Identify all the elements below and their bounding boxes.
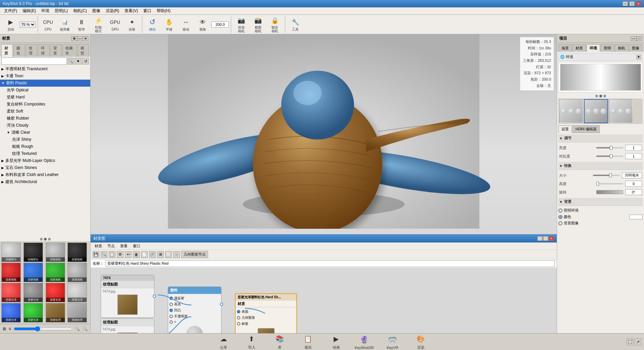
hdri-editor-tab[interactable]: HDRI 编辑器 <box>573 125 600 133</box>
mat-thumb-5[interactable]: 坚硬相糙 <box>1 263 21 282</box>
texture-node-1[interactable]: 7474 纹理贴图 7474.jpg <box>101 275 154 318</box>
mat-thumb-14[interactable]: 坚硬光泽 <box>23 303 43 322</box>
menu-environment[interactable]: 环境 <box>39 7 52 14</box>
tree-item-plastic[interactable]: ▼ 塑料 Plastic <box>0 80 90 87</box>
tree-item-hard[interactable]: 坚硬 Hard <box>0 94 90 101</box>
tree-item-cloudy[interactable]: 浑浊 Cloudy <box>0 122 90 129</box>
env-dot-2[interactable] <box>599 95 602 97</box>
project-minimize-btn[interactable]: — <box>631 36 636 41</box>
tree-item-multilayer[interactable]: ▶ 多层光学 Multi-Layer Optics <box>0 157 90 164</box>
texture-node-2[interactable]: 纹理贴图 7474.jpg <box>101 318 154 333</box>
tab-favorites[interactable]: 收藏夹 <box>62 44 77 57</box>
bg-image-radio[interactable] <box>558 221 562 225</box>
move-button[interactable]: ↔ 移动 <box>178 16 194 33</box>
mat-thumb-15[interactable]: 坚硬纹理 <box>46 303 65 322</box>
tab-background[interactable]: 背景 <box>50 44 62 57</box>
expand-btn[interactable]: ↗ <box>635 339 641 345</box>
memory-button[interactable]: 📊 使用量 <box>57 16 73 33</box>
menu-camera[interactable]: 相机(C) <box>70 7 90 14</box>
tree-item-rough[interactable]: 粗糙 Rough <box>0 143 90 150</box>
cpu-button[interactable]: CPU CPU <box>40 16 56 33</box>
material-node[interactable]: 坚硬光泽塑料红色 Hard Sh... 材质 表面 几何图形 <box>235 293 297 333</box>
pause-button[interactable]: ⏸ 暂停 <box>73 16 90 33</box>
tree-item-optical[interactable]: 光学 Optical <box>0 87 90 94</box>
mat-thumb-4[interactable]: 坚硬粗糙 <box>67 243 87 262</box>
gpu-button[interactable]: GPU GPU <box>107 16 123 33</box>
menu-lighting[interactable]: 照明(L) <box>52 7 70 14</box>
height-slider-thumb[interactable] <box>596 182 599 186</box>
rotation-slider-track[interactable] <box>596 190 623 194</box>
bottom-library-btn[interactable]: ☁ 云库 <box>213 334 234 350</box>
menu-render[interactable]: 渲染(R) <box>103 7 122 14</box>
tools-button[interactable]: 🔧 工具 <box>287 16 303 33</box>
mat-thumb-11[interactable]: 坚硬光泽 <box>46 283 65 302</box>
plastic-node[interactable]: 塑料 漫反射 高光 凹凸 <box>168 287 221 333</box>
size-slider-track[interactable] <box>593 175 620 176</box>
graph-close-btn[interactable]: ✕ <box>549 236 554 241</box>
tree-item-architectural[interactable]: ▶ 建筑 Architectural <box>0 178 90 185</box>
plus-port[interactable] <box>169 320 173 324</box>
env-thumb-1[interactable] <box>559 99 583 123</box>
graph-grid-btn[interactable]: ⊞ <box>157 251 164 258</box>
graph-fit-btn[interactable]: ⬜ <box>165 251 172 258</box>
tab-lighting[interactable]: 照明 <box>601 44 614 52</box>
brightness-slider-thumb[interactable] <box>610 146 612 150</box>
tab-image[interactable]: 图像 <box>629 44 642 52</box>
focal-length-input[interactable] <box>211 21 229 28</box>
view-button[interactable]: 👁 视角 <box>195 16 211 33</box>
texture-1-out-port[interactable] <box>153 295 156 298</box>
search-input[interactable] <box>1 57 67 65</box>
node-canvas[interactable]: 7474 纹理贴图 7474.jpg 纹理贴图 7474.jpg <box>91 268 557 333</box>
mat-thumb-12[interactable]: 坚硬光泽 <box>67 283 87 302</box>
bottom-keyvr-btn[interactable]: 🥽 KeyVR <box>383 334 403 350</box>
contrast-input[interactable] <box>625 153 642 159</box>
tab-color[interactable]: 颜色 <box>13 44 25 57</box>
mat-thumb-9[interactable]: 坚硬光泽 <box>1 283 21 302</box>
bottom-keyshotxr-btn[interactable]: 🔮 KeyShotXR <box>354 334 375 350</box>
transform-header[interactable]: ▼ 转换 <box>558 162 643 170</box>
rotation-input[interactable] <box>625 189 642 195</box>
tab-environment[interactable]: 环境 <box>38 44 49 57</box>
mat-thumb-7[interactable]: 坚硬相糙 <box>46 263 65 282</box>
background-header[interactable]: ▼ 背景 <box>558 198 643 206</box>
tab-camera[interactable]: 相机 <box>615 44 628 52</box>
geometry-port[interactable] <box>237 316 240 319</box>
menu-image[interactable]: 图像 <box>90 7 103 14</box>
tree-item-cloth[interactable]: ▶ 布料和皮革 Cloth and Leather <box>0 171 90 178</box>
mat-thumb-1[interactable]: 硅橡胶白 <box>1 243 21 262</box>
panel-settings-btn[interactable]: ⚙ <box>71 36 77 41</box>
mat-thumb-10[interactable]: 坚硬光泽 <box>23 283 43 302</box>
tab-material[interactable]: 材质 <box>1 44 13 57</box>
graph-menu-material[interactable]: 材质 <box>93 243 104 249</box>
contrast-slider-thumb[interactable] <box>610 154 612 158</box>
mat-thumb-13[interactable]: 坚硬光泽 <box>1 303 21 322</box>
specular-port[interactable] <box>169 303 173 306</box>
tree-item-translucent[interactable]: ▶ 半透明材质 Translucent <box>0 65 90 73</box>
close-button[interactable]: ✕ <box>636 1 641 6</box>
menu-file[interactable]: 文件(F) <box>1 7 20 14</box>
mat-thumb-3[interactable]: 坚硬粗糙 <box>46 243 65 262</box>
tree-item-clear[interactable]: ▼ 清晰 Clear <box>0 129 90 136</box>
bg-color-swatch[interactable] <box>629 215 643 219</box>
graph-menu-view[interactable]: 查看 <box>118 243 130 249</box>
start-button[interactable]: ▶ 启动 <box>3 16 19 33</box>
mat-thumb-16[interactable]: 坚硬纹理 <box>67 303 87 322</box>
env-thumb-3[interactable] <box>609 99 633 123</box>
grid-view-btn[interactable]: ⊞ <box>3 326 6 331</box>
page-dot-2[interactable] <box>44 238 47 240</box>
graph-maximize-btn[interactable]: □ <box>543 236 548 241</box>
zoom-in-btn[interactable]: 🔍 <box>75 326 80 331</box>
tree-item-shiny[interactable]: 光泽 Shiny <box>0 136 90 143</box>
bottom-animate-btn[interactable]: ▶ 动画 <box>326 334 346 350</box>
settings-tab[interactable]: 设置 <box>558 125 572 133</box>
bottom-project-btn[interactable]: 📋 项目 <box>298 334 318 350</box>
graph-geo-nodes-btn[interactable]: 几何图形节点 <box>181 251 208 258</box>
size-slider[interactable] <box>14 326 72 332</box>
size-slider-thumb[interactable] <box>609 173 612 177</box>
menu-window[interactable]: 窗口 <box>141 7 154 14</box>
page-dot-1[interactable] <box>40 238 43 240</box>
pan-button[interactable]: ✋ 平移 <box>161 16 177 33</box>
menu-view[interactable]: 查看(V) <box>122 7 141 14</box>
maximize-button[interactable]: □ <box>629 1 635 6</box>
perf-button[interactable]: ⚡ 性能 模式 <box>90 16 106 33</box>
